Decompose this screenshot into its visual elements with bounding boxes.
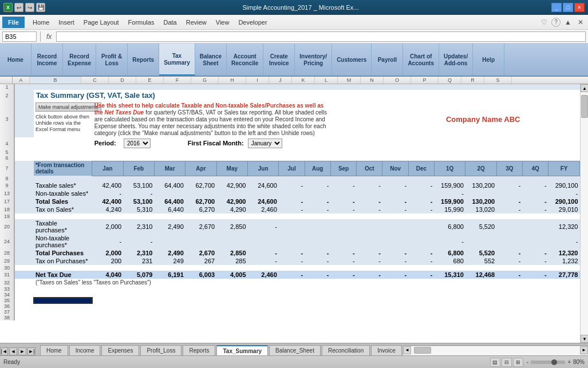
menu-home[interactable]: Home bbox=[28, 17, 54, 28]
col-n[interactable]: N bbox=[361, 77, 384, 84]
ribbon-tax-summary[interactable]: TaxSummary bbox=[159, 43, 195, 76]
close-ribbon-icon[interactable]: ✕ bbox=[575, 17, 586, 27]
row-31: 31 Net Tax Due 4,040 5,079 6,191 6,003 4… bbox=[0, 271, 580, 279]
col-l[interactable]: L bbox=[315, 77, 338, 84]
normal-view-button[interactable]: ▤ bbox=[490, 358, 500, 367]
page-break-view-button[interactable]: ⊞ bbox=[513, 358, 523, 367]
zoom-slider[interactable] bbox=[531, 361, 565, 364]
formula-input[interactable] bbox=[56, 31, 586, 42]
heart-icon[interactable]: ♡ bbox=[539, 17, 549, 27]
minimize-button[interactable]: _ bbox=[551, 3, 562, 12]
col-r[interactable]: R bbox=[461, 77, 484, 84]
ribbon-create-invoice[interactable]: CreateInvoice bbox=[263, 43, 295, 76]
col-h[interactable]: H bbox=[219, 77, 246, 84]
vertical-scrollbar[interactable]: ▲ ▼ bbox=[580, 84, 588, 343]
col-e[interactable]: E bbox=[136, 77, 164, 84]
view-buttons[interactable]: ▤ ⊟ ⊞ bbox=[490, 358, 523, 367]
ribbon-record-income[interactable]: RecordIncome bbox=[31, 43, 63, 76]
scroll-thumb-h[interactable] bbox=[414, 347, 431, 354]
scroll-down-button[interactable]: ▼ bbox=[581, 335, 588, 343]
tab-controls[interactable]: |◄ ◄ ► ►| bbox=[0, 347, 35, 355]
r24-4q bbox=[523, 234, 548, 249]
tab-reports[interactable]: Reports bbox=[183, 345, 215, 355]
cell-k4 bbox=[305, 137, 548, 149]
zoom-in-button[interactable]: + bbox=[567, 359, 571, 365]
tab-next-button[interactable]: ► bbox=[18, 347, 26, 355]
ribbon-profit-loss[interactable]: Profit &Loss bbox=[96, 43, 128, 76]
ribbon-balance-sheet[interactable]: BalanceSheet bbox=[195, 43, 227, 76]
col-d[interactable]: D bbox=[109, 77, 136, 84]
ribbon-reports[interactable]: Reports bbox=[128, 43, 159, 76]
tab-invoice[interactable]: Invoice bbox=[371, 345, 402, 355]
menu-developer[interactable]: Developer bbox=[234, 17, 271, 28]
horizontal-scroll-area[interactable]: ◄ ► bbox=[403, 345, 588, 355]
tab-profit-loss[interactable]: Profit_Loss bbox=[140, 345, 181, 355]
col-g[interactable]: G bbox=[191, 77, 219, 84]
col-c[interactable]: C bbox=[81, 77, 109, 84]
col-f[interactable]: F bbox=[164, 77, 191, 84]
tab-tax-summary[interactable]: Tax_Summary bbox=[216, 345, 268, 355]
scroll-left-button[interactable]: ◄ bbox=[403, 346, 411, 354]
file-menu[interactable]: File bbox=[2, 17, 25, 28]
col-i[interactable]: I bbox=[246, 77, 269, 84]
zoom-control[interactable]: - + 80% bbox=[527, 359, 585, 365]
tab-expenses[interactable]: Expenses bbox=[101, 345, 139, 355]
save-icon[interactable]: 💾 bbox=[36, 3, 45, 12]
restore-button[interactable]: □ bbox=[563, 3, 573, 12]
col-b[interactable]: B bbox=[30, 77, 81, 84]
tab-balance-sheet[interactable]: Balance_Sheet bbox=[269, 345, 321, 355]
fiscal-month-dropdown[interactable]: January bbox=[248, 139, 282, 148]
scroll-up-button[interactable]: ▲ bbox=[581, 84, 588, 92]
ribbon-updates-addons[interactable]: Updates/Add-ons bbox=[439, 43, 473, 76]
scroll-track-h[interactable] bbox=[411, 346, 580, 355]
r9-jan: 42,400 bbox=[92, 181, 123, 189]
horizontal-scrollbar[interactable]: ◄ ► bbox=[403, 346, 588, 355]
row-34: 34 bbox=[0, 292, 580, 298]
menu-insert[interactable]: Insert bbox=[54, 17, 79, 28]
ribbon-inventory-pricing[interactable]: Inventory/Pricing bbox=[295, 43, 332, 76]
scroll-right-button[interactable]: ► bbox=[580, 346, 588, 354]
scroll-track-v[interactable] bbox=[581, 92, 588, 335]
undo-icon[interactable]: ↩ bbox=[14, 3, 23, 12]
ribbon-payroll[interactable]: Payroll bbox=[372, 43, 403, 76]
minimize-ribbon-icon[interactable]: ▲ bbox=[563, 17, 573, 27]
col-j[interactable]: J bbox=[269, 77, 292, 84]
tab-first-button[interactable]: |◄ bbox=[0, 347, 8, 355]
col-a[interactable]: A bbox=[13, 77, 30, 84]
redo-icon[interactable]: ↪ bbox=[25, 3, 34, 12]
tab-last-button[interactable]: ►| bbox=[27, 347, 35, 355]
window-controls[interactable]: _ □ ✕ bbox=[551, 3, 585, 12]
ribbon-account-reconcile[interactable]: AccountReconcile bbox=[227, 43, 263, 76]
ribbon-chart-of-accounts[interactable]: Chart ofAccounts bbox=[403, 43, 439, 76]
tab-income[interactable]: Income bbox=[69, 345, 101, 355]
close-button[interactable]: ✕ bbox=[574, 3, 585, 12]
col-q[interactable]: Q bbox=[439, 77, 461, 84]
period-dropdown[interactable]: 2016 bbox=[124, 139, 151, 148]
page-layout-view-button[interactable]: ⊟ bbox=[502, 358, 512, 367]
ribbon-record-expense[interactable]: RecordExpense bbox=[63, 43, 96, 76]
zoom-out-button[interactable]: - bbox=[527, 359, 528, 365]
ribbon-home[interactable]: Home bbox=[0, 43, 31, 76]
menu-page-layout[interactable]: Page Layout bbox=[79, 17, 124, 28]
scroll-thumb-v[interactable] bbox=[581, 95, 588, 118]
tab-reconciliation[interactable]: Reconciliation bbox=[322, 345, 370, 355]
cell-reference[interactable] bbox=[2, 31, 37, 42]
ribbon-help[interactable]: Help bbox=[473, 43, 504, 76]
help-icon[interactable]: ? bbox=[551, 18, 561, 27]
menu-data[interactable]: Data bbox=[159, 17, 181, 28]
ribbon-customers[interactable]: Customers bbox=[332, 43, 372, 76]
col-p[interactable]: P bbox=[411, 77, 439, 84]
menu-review[interactable]: Review bbox=[181, 17, 211, 28]
make-adjustments-button[interactable]: Make manual adjustments bbox=[35, 102, 101, 112]
col-s[interactable]: S bbox=[484, 77, 512, 84]
r9-3q: - bbox=[496, 181, 522, 189]
menu-formulas[interactable]: Formulas bbox=[124, 17, 159, 28]
menu-view[interactable]: View bbox=[211, 17, 234, 28]
selected-cell-b35[interactable] bbox=[34, 298, 92, 303]
col-m[interactable]: M bbox=[338, 77, 361, 84]
col-k[interactable]: K bbox=[292, 77, 315, 84]
col-o[interactable]: O bbox=[384, 77, 411, 84]
tab-prev-button[interactable]: ◄ bbox=[9, 347, 17, 355]
tab-home[interactable]: Home bbox=[40, 345, 68, 355]
r32-empty bbox=[357, 279, 580, 286]
